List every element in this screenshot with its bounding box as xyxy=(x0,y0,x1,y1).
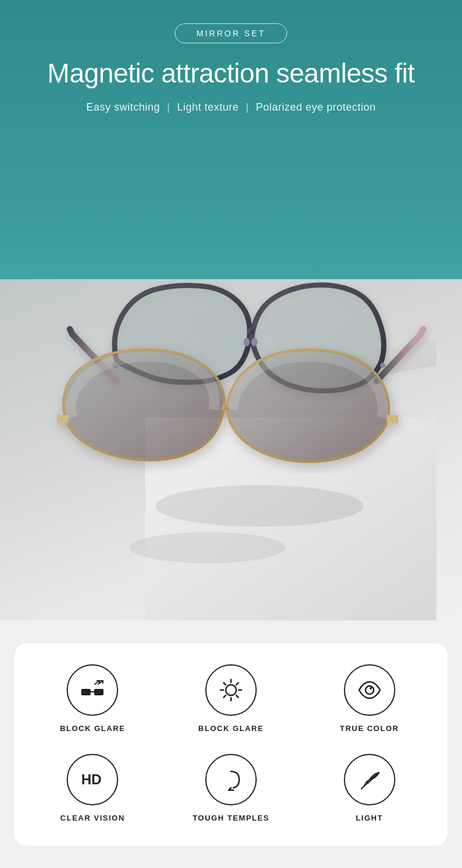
svg-point-20 xyxy=(366,686,374,694)
block-glare-2-label: BLOCK GLARE xyxy=(198,724,264,733)
hd-icon: HD xyxy=(78,766,106,794)
eye-icon xyxy=(356,676,384,704)
hero-content: MIRROR SET Magnetic attraction seamless … xyxy=(0,0,462,114)
block-glare-1-icon-circle xyxy=(67,664,118,716)
glasses-glare-icon xyxy=(78,676,106,704)
svg-line-19 xyxy=(223,695,226,698)
subtitle-part3: Polarized eye protection xyxy=(256,101,375,114)
subtitle-sep2: | xyxy=(246,101,249,114)
page-wrapper: MIRROR SET Magnetic attraction seamless … xyxy=(0,0,462,868)
feature-light: LIGHT xyxy=(303,754,436,822)
subtitle-part1: Easy switching xyxy=(86,101,160,114)
glasses-area xyxy=(0,152,462,620)
subtitle-part2: Light texture xyxy=(177,101,239,114)
light-icon-circle xyxy=(344,754,395,805)
glasses-shadow2 xyxy=(130,532,286,563)
true-color-label: TRUE COLOR xyxy=(340,724,399,733)
svg-rect-5 xyxy=(387,415,399,423)
feather-icon xyxy=(356,766,384,794)
glasses-illustration xyxy=(0,152,462,620)
feature-true-color: TRUE COLOR xyxy=(303,664,436,733)
tough-temples-icon-circle xyxy=(205,754,257,805)
feature-clear-vision: HD CLEAR VISION xyxy=(26,754,159,822)
svg-line-16 xyxy=(223,682,226,685)
svg-text:HD: HD xyxy=(81,771,102,787)
block-glare-2-icon-circle xyxy=(205,664,257,716)
svg-point-1 xyxy=(251,338,258,346)
sun-icon xyxy=(217,676,245,704)
refresh-icon xyxy=(217,766,245,794)
true-color-icon-circle xyxy=(344,664,395,716)
svg-line-18 xyxy=(236,682,239,685)
hero-subtitle: Easy switching | Light texture | Polariz… xyxy=(86,101,375,114)
block-glare-1-label: BLOCK GLARE xyxy=(60,724,125,733)
feature-block-glare-2: BLOCK GLARE xyxy=(165,664,298,733)
badge-container: MIRROR SET xyxy=(175,23,287,43)
clear-vision-icon-circle: HD xyxy=(67,754,118,805)
hero-section: MIRROR SET Magnetic attraction seamless … xyxy=(0,0,462,620)
features-section: BLOCK GLARE B xyxy=(0,620,462,868)
svg-point-0 xyxy=(243,338,250,346)
svg-rect-4 xyxy=(57,415,68,423)
feature-tough-temples: TOUGH TEMPLES xyxy=(165,754,298,822)
hero-title: Magnetic attraction seamless fit xyxy=(47,57,415,90)
svg-rect-6 xyxy=(81,689,91,695)
subtitle-sep1: | xyxy=(167,101,170,114)
clear-vision-label: CLEAR VISION xyxy=(60,814,125,822)
glasses-shadow xyxy=(156,485,364,527)
mirror-set-badge: MIRROR SET xyxy=(175,23,287,43)
svg-point-11 xyxy=(226,685,236,695)
tough-temples-label: TOUGH TEMPLES xyxy=(192,814,269,822)
feature-block-glare-1: BLOCK GLARE xyxy=(26,664,159,733)
svg-line-17 xyxy=(236,695,239,698)
svg-point-3 xyxy=(380,363,385,368)
svg-point-21 xyxy=(370,687,372,689)
svg-rect-7 xyxy=(94,689,104,695)
light-label: LIGHT xyxy=(356,814,383,822)
features-card: BLOCK GLARE B xyxy=(15,643,447,846)
